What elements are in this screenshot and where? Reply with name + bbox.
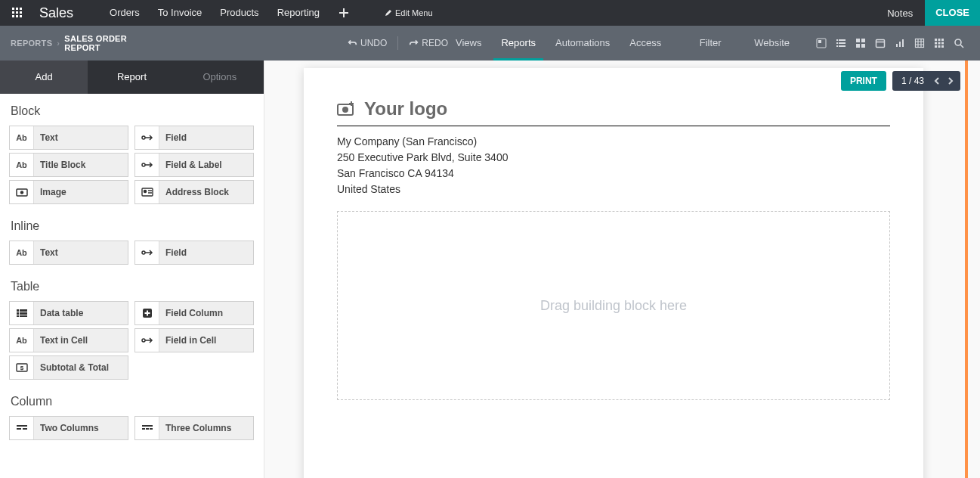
edit-menu-link[interactable]: Edit Menu bbox=[359, 8, 433, 17]
notes-link[interactable]: Notes bbox=[875, 8, 925, 19]
pager-total: 43 bbox=[914, 76, 924, 86]
camera-add-icon bbox=[337, 101, 355, 116]
logo-placeholder[interactable]: Your logo bbox=[337, 98, 890, 120]
tab-views[interactable]: Views bbox=[448, 26, 489, 61]
block-label: Field bbox=[159, 132, 187, 143]
drop-zone[interactable]: Drag building block here bbox=[337, 211, 890, 400]
close-button[interactable]: CLOSE bbox=[925, 0, 980, 26]
field-icon bbox=[135, 126, 159, 149]
tab-filter-rules[interactable]: Filter Rules bbox=[692, 26, 743, 61]
divider bbox=[397, 36, 398, 50]
column-two[interactable]: Two Columns bbox=[9, 416, 128, 440]
table-subtotal-total[interactable]: $ Subtotal & Total bbox=[9, 355, 128, 380]
breadcrumb-parent[interactable]: REPORTS bbox=[11, 39, 52, 48]
svg-rect-14 bbox=[839, 39, 846, 41]
section-title-table: Table bbox=[0, 269, 264, 301]
inline-text[interactable]: Ab Text bbox=[9, 241, 128, 265]
block-label: Text bbox=[34, 247, 58, 258]
svg-rect-8 bbox=[20, 15, 22, 17]
tab-access-controls[interactable]: Access Controls bbox=[622, 26, 687, 61]
data-table-icon bbox=[10, 302, 34, 324]
svg-rect-59 bbox=[23, 428, 27, 430]
block-label: Field in Cell bbox=[159, 335, 216, 346]
svg-rect-13 bbox=[836, 39, 838, 41]
block-label: Subtotal & Total bbox=[34, 362, 109, 373]
tab-website[interactable]: Website bbox=[747, 26, 797, 61]
text-ab-icon: Ab bbox=[10, 329, 34, 352]
svg-rect-34 bbox=[935, 45, 937, 48]
undo-button[interactable]: UNDO bbox=[348, 38, 387, 48]
print-button[interactable]: PRINT bbox=[841, 71, 886, 91]
table-data-table[interactable]: Data table bbox=[9, 301, 128, 325]
sidebar-tab-report[interactable]: Report bbox=[88, 61, 175, 94]
block-address[interactable]: Address Block bbox=[134, 180, 254, 204]
menu-to-invoice[interactable]: To Invoice bbox=[149, 0, 212, 26]
currency-icon: $ bbox=[10, 356, 34, 379]
svg-point-54 bbox=[142, 339, 145, 342]
inline-field[interactable]: Field bbox=[134, 241, 254, 265]
svg-rect-58 bbox=[17, 428, 21, 430]
sidebar-tab-options[interactable]: Options bbox=[176, 61, 264, 94]
company-name[interactable]: My Company (San Francisco) bbox=[337, 134, 890, 150]
list-view-icon[interactable] bbox=[832, 35, 850, 51]
svg-rect-7 bbox=[16, 15, 18, 17]
block-title-block[interactable]: Ab Title Block bbox=[9, 153, 128, 177]
apps-icon[interactable] bbox=[8, 8, 30, 18]
pager-count: 1 / 43 bbox=[895, 71, 930, 91]
svg-rect-3 bbox=[12, 11, 14, 14]
search-icon[interactable] bbox=[950, 35, 968, 51]
svg-rect-21 bbox=[856, 44, 860, 48]
report-page[interactable]: Your logo My Company (San Francisco) 250… bbox=[304, 68, 923, 478]
three-cols-icon bbox=[135, 417, 159, 439]
graph-view-icon[interactable] bbox=[891, 35, 909, 51]
svg-rect-35 bbox=[938, 45, 941, 48]
svg-rect-62 bbox=[146, 428, 149, 430]
grid-view-icon[interactable] bbox=[930, 35, 948, 51]
company-street[interactable]: 250 Executive Park Blvd, Suite 3400 bbox=[337, 150, 890, 166]
block-field-label[interactable]: Field & Label bbox=[134, 153, 254, 177]
table-field-column[interactable]: Field Column bbox=[134, 301, 254, 325]
company-country[interactable]: United States bbox=[337, 182, 890, 197]
svg-rect-60 bbox=[142, 425, 153, 427]
undo-icon bbox=[348, 39, 357, 48]
svg-rect-6 bbox=[12, 15, 14, 17]
block-field[interactable]: Field bbox=[134, 126, 254, 150]
pager-prev[interactable] bbox=[930, 74, 944, 88]
form-view-icon[interactable] bbox=[812, 35, 830, 51]
menu-products[interactable]: Products bbox=[211, 0, 267, 26]
svg-rect-17 bbox=[836, 45, 838, 47]
svg-rect-57 bbox=[17, 425, 27, 427]
svg-rect-32 bbox=[938, 42, 941, 45]
two-cols-icon bbox=[10, 417, 34, 439]
table-text-in-cell[interactable]: Ab Text in Cell bbox=[9, 328, 128, 352]
menu-reporting[interactable]: Reporting bbox=[268, 0, 329, 26]
tab-reports[interactable]: Reports bbox=[493, 26, 543, 61]
undo-redo-group: UNDO REDO bbox=[348, 36, 448, 50]
svg-rect-28 bbox=[935, 39, 937, 41]
svg-rect-16 bbox=[839, 42, 846, 44]
block-text[interactable]: Ab Text bbox=[9, 126, 128, 150]
plus-square-icon bbox=[135, 302, 159, 324]
sidebar-tab-add[interactable]: Add bbox=[0, 61, 88, 94]
pager-next[interactable] bbox=[944, 74, 957, 88]
block-label: Three Columns bbox=[159, 423, 231, 433]
menu-orders[interactable]: Orders bbox=[100, 0, 149, 26]
kanban-view-icon[interactable] bbox=[852, 35, 870, 51]
redo-button[interactable]: REDO bbox=[409, 38, 448, 48]
company-citystatezip[interactable]: San Francisco CA 94134 bbox=[337, 166, 890, 182]
table-field-in-cell[interactable]: Field in Cell bbox=[134, 328, 254, 352]
breadcrumb: REPORTS › SALES ORDER REPORT bbox=[11, 34, 156, 52]
module-name[interactable]: Sales bbox=[30, 5, 100, 21]
scroll-indicator[interactable] bbox=[965, 61, 968, 478]
svg-point-65 bbox=[342, 107, 348, 113]
block-label: Image bbox=[34, 187, 66, 197]
tab-automations[interactable]: Automations bbox=[548, 26, 617, 61]
block-label: Field & Label bbox=[159, 160, 222, 170]
text-ab-icon: Ab bbox=[10, 241, 34, 264]
column-three[interactable]: Three Columns bbox=[134, 416, 254, 440]
calendar-view-icon[interactable] bbox=[871, 35, 889, 51]
pivot-view-icon[interactable] bbox=[910, 35, 929, 51]
block-image[interactable]: Image bbox=[9, 180, 128, 204]
view-switcher bbox=[812, 35, 969, 51]
add-menu-icon[interactable] bbox=[329, 8, 359, 17]
